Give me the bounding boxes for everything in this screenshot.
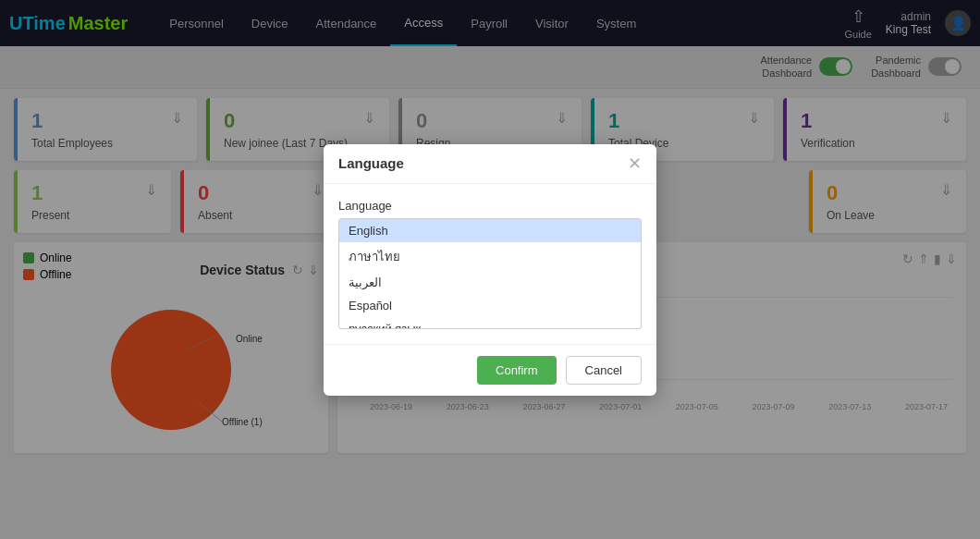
modal-overlay[interactable]: Language ✕ Language English ภาษาไทย العر…	[0, 0, 980, 539]
language-modal: Language ✕ Language English ภาษาไทย العر…	[324, 144, 656, 396]
modal-header: Language ✕	[324, 144, 656, 184]
modal-body: Language English ภาษาไทย العربیة Español…	[324, 184, 656, 344]
lang-option-spanish[interactable]: Español	[339, 294, 641, 317]
modal-footer: Confirm Cancel	[324, 344, 656, 396]
lang-option-english[interactable]: English	[339, 219, 641, 242]
lang-option-russian[interactable]: русский язык	[339, 317, 641, 329]
modal-title: Language	[338, 155, 404, 171]
lang-option-arabic[interactable]: العربیة	[339, 271, 641, 294]
language-listbox[interactable]: English ภาษาไทย العربیة Español русский …	[338, 218, 642, 329]
language-label: Language	[338, 199, 642, 213]
lang-option-thai[interactable]: ภาษาไทย	[339, 242, 641, 271]
confirm-button[interactable]: Confirm	[477, 356, 557, 385]
cancel-button[interactable]: Cancel	[566, 356, 642, 385]
close-icon[interactable]: ✕	[628, 155, 642, 172]
